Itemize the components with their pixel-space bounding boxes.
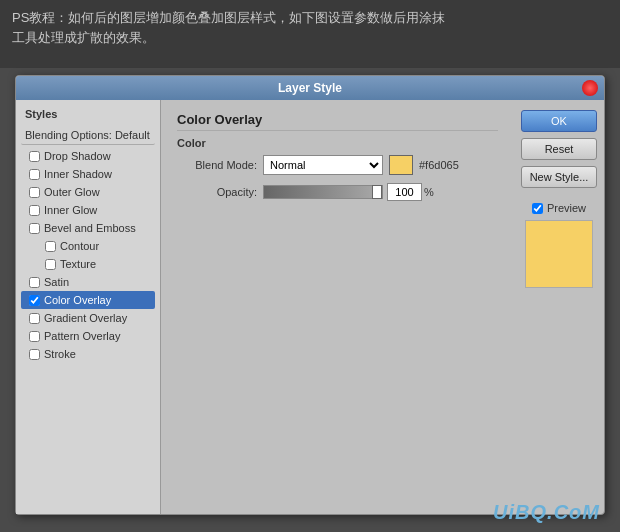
sidebar-item-inner-glow[interactable]: Inner Glow <box>21 201 155 219</box>
bevel-emboss-checkbox[interactable] <box>29 223 40 234</box>
color-overlay-checkbox[interactable] <box>29 295 40 306</box>
sidebar-item-label-inner-shadow: Inner Shadow <box>44 168 112 180</box>
opacity-input[interactable]: 100 <box>387 183 422 201</box>
sidebar-item-texture[interactable]: Texture <box>21 255 155 273</box>
opacity-row: Opacity: 100 % <box>177 183 498 201</box>
sidebar-item-inner-shadow[interactable]: Inner Shadow <box>21 165 155 183</box>
sidebar-item-pattern-overlay[interactable]: Pattern Overlay <box>21 327 155 345</box>
preview-section: Preview <box>525 202 593 288</box>
main-content: Color Overlay Color Blend Mode: Normal #… <box>161 100 514 514</box>
sidebar-item-contour[interactable]: Contour <box>21 237 155 255</box>
inner-glow-checkbox[interactable] <box>29 205 40 216</box>
opacity-label: Opacity: <box>177 186 257 198</box>
right-panel: OK Reset New Style... Preview <box>514 100 604 514</box>
blend-mode-label: Blend Mode: <box>177 159 257 171</box>
opacity-slider[interactable] <box>263 185 383 199</box>
satin-checkbox[interactable] <box>29 277 40 288</box>
sidebar-item-drop-shadow[interactable]: Drop Shadow <box>21 147 155 165</box>
blend-mode-row: Blend Mode: Normal #f6d065 <box>177 155 498 175</box>
texture-checkbox[interactable] <box>45 259 56 270</box>
watermark: UiBQ.CoM <box>493 501 600 524</box>
preview-checkbox[interactable] <box>532 203 543 214</box>
blend-mode-select[interactable]: Normal <box>263 155 383 175</box>
new-style-button[interactable]: New Style... <box>521 166 597 188</box>
sidebar-item-color-overlay[interactable]: Color Overlay <box>21 291 155 309</box>
styles-sidebar: Styles Blending Options: Default Drop Sh… <box>16 100 161 514</box>
preview-swatch <box>525 220 593 288</box>
pattern-overlay-checkbox[interactable] <box>29 331 40 342</box>
sidebar-item-label-bevel-emboss: Bevel and Emboss <box>44 222 136 234</box>
sidebar-item-label-contour: Contour <box>60 240 99 252</box>
sidebar-item-label-outer-glow: Outer Glow <box>44 186 100 198</box>
sidebar-item-bevel-emboss[interactable]: Bevel and Emboss <box>21 219 155 237</box>
top-text-line1: PS教程：如何后的图层增加颜色叠加图层样式，如下图设置参数做后用涂抹 <box>12 10 445 25</box>
top-text-area: PS教程：如何后的图层增加颜色叠加图层样式，如下图设置参数做后用涂抹 工具处理成… <box>0 0 620 68</box>
color-swatch[interactable] <box>389 155 413 175</box>
sidebar-item-gradient-overlay[interactable]: Gradient Overlay <box>21 309 155 327</box>
sidebar-item-label-texture: Texture <box>60 258 96 270</box>
sidebar-item-label-color-overlay: Color Overlay <box>44 294 111 306</box>
dialog-body: Styles Blending Options: Default Drop Sh… <box>16 100 604 514</box>
layer-style-dialog: Layer Style Styles Blending Options: Def… <box>15 75 605 515</box>
drop-shadow-checkbox[interactable] <box>29 151 40 162</box>
contour-checkbox[interactable] <box>45 241 56 252</box>
inner-shadow-checkbox[interactable] <box>29 169 40 180</box>
dialog-title: Layer Style <box>278 81 342 95</box>
sidebar-header: Styles <box>21 105 155 123</box>
reset-button[interactable]: Reset <box>521 138 597 160</box>
sidebar-item-outer-glow[interactable]: Outer Glow <box>21 183 155 201</box>
dialog-titlebar: Layer Style <box>16 76 604 100</box>
sidebar-item-label-satin: Satin <box>44 276 69 288</box>
sidebar-item-label-pattern-overlay: Pattern Overlay <box>44 330 120 342</box>
sidebar-item-label-blending-options: Blending Options: Default <box>25 129 150 141</box>
percent-label: % <box>424 186 434 198</box>
close-button[interactable] <box>582 80 598 96</box>
section-title: Color Overlay <box>177 112 498 131</box>
gradient-overlay-checkbox[interactable] <box>29 313 40 324</box>
sidebar-item-label-inner-glow: Inner Glow <box>44 204 97 216</box>
outer-glow-checkbox[interactable] <box>29 187 40 198</box>
top-text-line2: 工具处理成扩散的效果。 <box>12 30 155 45</box>
sidebar-item-label-stroke: Stroke <box>44 348 76 360</box>
sidebar-item-stroke[interactable]: Stroke <box>21 345 155 363</box>
sub-title: Color <box>177 137 498 149</box>
sidebar-item-satin[interactable]: Satin <box>21 273 155 291</box>
preview-label-container: Preview <box>532 202 586 214</box>
sidebar-item-label-gradient-overlay: Gradient Overlay <box>44 312 127 324</box>
stroke-checkbox[interactable] <box>29 349 40 360</box>
preview-label-text: Preview <box>547 202 586 214</box>
sidebar-item-label-drop-shadow: Drop Shadow <box>44 150 111 162</box>
sidebar-item-blending-options[interactable]: Blending Options: Default <box>21 126 155 145</box>
color-hex-value: #f6d065 <box>419 159 459 171</box>
ok-button[interactable]: OK <box>521 110 597 132</box>
